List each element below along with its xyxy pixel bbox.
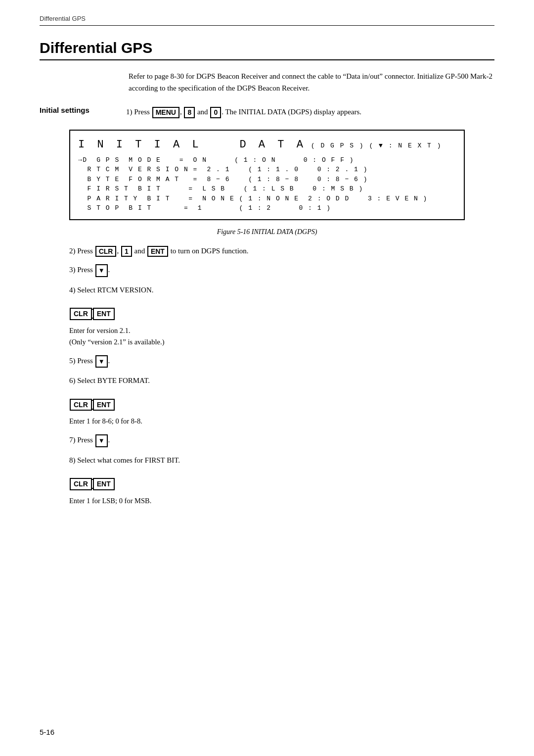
step3-block: 3) Press ▼. bbox=[69, 264, 494, 277]
down-arrow-box-3[interactable]: ▼ bbox=[95, 434, 108, 447]
step2-suffix: to turn on DGPS function. bbox=[169, 247, 249, 255]
and-step2: and bbox=[133, 247, 147, 255]
clr-ent-group-2: CLR ENT bbox=[69, 399, 115, 411]
key-1-step2[interactable]: 1 bbox=[121, 246, 132, 257]
clr-ent-group-1: CLR ENT bbox=[69, 308, 115, 320]
initial-settings-label: Initial settings bbox=[40, 106, 126, 114]
clr-key-2[interactable]: CLR bbox=[70, 399, 92, 411]
step8-block: 8) Select what comes for FIRST BIT. bbox=[69, 454, 494, 467]
ent-key-1[interactable]: ENT bbox=[93, 308, 115, 320]
screen-title: I N I T I A L D A T A bbox=[78, 137, 306, 153]
top-rule bbox=[40, 25, 494, 26]
note1: Enter for version 2.1. (Only “version 2.… bbox=[69, 325, 494, 348]
screen-row-3: B Y T E F O R M A T = 8 − 6 ( 1 : 8 − 8 … bbox=[78, 175, 456, 185]
ent-key-3[interactable]: ENT bbox=[93, 478, 115, 490]
down-arrow-box-1[interactable]: ▼ bbox=[95, 264, 108, 277]
note2: Enter 1 for 8-6; 0 for 8-8. bbox=[69, 416, 494, 427]
step6-block: 6) Select BYTE FORMAT. bbox=[69, 375, 494, 387]
step4-text: 4) Select RTCM VERSION. bbox=[69, 286, 154, 294]
note3: Enter 1 for LSB; 0 for MSB. bbox=[69, 495, 494, 507]
initial-settings-block: Initial settings 1) Press MENU, 8 and 0.… bbox=[40, 106, 494, 119]
step1-and1: and bbox=[195, 108, 210, 116]
step4-block: 4) Select RTCM VERSION. bbox=[69, 284, 494, 296]
step8-text: 8) Select what comes for FIRST BIT. bbox=[69, 456, 180, 464]
key-0[interactable]: 0 bbox=[210, 107, 221, 118]
step2-prefix: 2) Press bbox=[69, 247, 95, 255]
step1-text: 1) Press MENU, 8 and 0. The INITIAL DATA… bbox=[126, 106, 361, 119]
step7-text: 7) Press bbox=[69, 436, 95, 444]
clr-key-step2[interactable]: CLR bbox=[95, 246, 117, 257]
page-title: Differential GPS bbox=[40, 40, 494, 60]
step5-block: 5) Press ▼. bbox=[69, 355, 494, 368]
key-8[interactable]: 8 bbox=[184, 107, 195, 118]
intro-text: Refer to page 8-30 for DGPS Beacon Recei… bbox=[129, 70, 494, 94]
screen-subtitle: ( D G P S ) ( ▼ : N E X T ) bbox=[311, 141, 442, 151]
breadcrumb: Differential GPS bbox=[40, 15, 494, 22]
clr-key-3[interactable]: CLR bbox=[70, 478, 92, 490]
step1-prefix: 1) Press bbox=[126, 108, 152, 116]
page-number: 5-16 bbox=[40, 728, 54, 736]
screen-row-5: P A R I T Y B I T = N O N E ( 1 : N O N … bbox=[78, 194, 456, 204]
screen-display: I N I T I A L D A T A ( D G P S ) ( ▼ : … bbox=[69, 130, 465, 220]
screen-row-1: →D G P S M O D E = O N ( 1 : O N 0 : O F… bbox=[78, 155, 456, 165]
step1-comma: , bbox=[180, 108, 184, 116]
screen-row-6: S T O P B I T = 1 ( 1 : 2 0 : 1 ) bbox=[78, 203, 456, 213]
screen-row-2: R T C M V E R S I O N = 2 . 1 ( 1 : 1 . … bbox=[78, 165, 456, 175]
step5-text: 5) Press bbox=[69, 357, 95, 365]
step3-text: 3) Press bbox=[69, 266, 95, 274]
step7-block: 7) Press ▼. bbox=[69, 434, 494, 447]
step6-text: 6) Select BYTE FORMAT. bbox=[69, 377, 150, 384]
note2-text: Enter 1 for 8-6; 0 for 8-8. bbox=[69, 417, 142, 425]
comma-step2: , bbox=[117, 247, 121, 255]
page-wrapper: Differential GPS Differential GPS Refer … bbox=[0, 0, 534, 756]
ent-key-step2[interactable]: ENT bbox=[147, 246, 168, 257]
ent-key-2[interactable]: ENT bbox=[93, 399, 115, 411]
note3-text: Enter 1 for LSB; 0 for MSB. bbox=[69, 497, 151, 505]
screen-row-4: F I R S T B I T = L S B ( 1 : L S B 0 : … bbox=[78, 184, 456, 194]
clr-key-1[interactable]: CLR bbox=[70, 308, 92, 320]
note1-line2: (Only “version 2.1” is available.) bbox=[69, 336, 494, 348]
step2-block: 2) Press CLR, 1 and ENT to turn on DGPS … bbox=[69, 245, 494, 257]
note1-line1: Enter for version 2.1. bbox=[69, 325, 494, 336]
figure-caption: Figure 5-16 INITIAL DATA (DGPS) bbox=[40, 228, 494, 236]
clr-ent-group-3: CLR ENT bbox=[69, 478, 115, 490]
menu-key[interactable]: MENU bbox=[152, 107, 179, 118]
down-arrow-box-2[interactable]: ▼ bbox=[95, 355, 108, 368]
step1-text-suffix: . The INITIAL DATA (DGPS) display appear… bbox=[222, 108, 361, 116]
